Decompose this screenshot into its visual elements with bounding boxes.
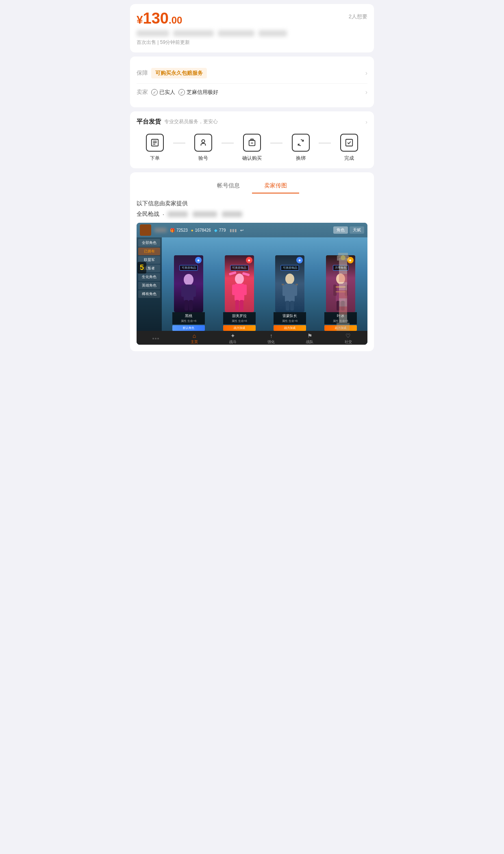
svg-rect-19	[243, 285, 247, 295]
seller-info-text: 以下信息由卖家提供	[137, 200, 367, 207]
game-name: 全民枪战	[137, 211, 159, 218]
step-order-icon	[146, 134, 164, 152]
svg-rect-7	[346, 139, 353, 146]
nav-item-dots	[137, 338, 175, 339]
step-verify-icon	[194, 134, 212, 152]
step-verify-label: 验号	[198, 155, 208, 162]
char-raymond: ☻ 可美容饰品	[274, 255, 306, 331]
tab-account-info[interactable]: 帐号信息	[205, 179, 252, 193]
nav-dot-3	[157, 338, 159, 339]
char-lola-tag: 可美容饰品	[230, 265, 248, 271]
nav-battle-icon: ✦	[230, 332, 235, 339]
nav-social[interactable]: ♡ 社交	[329, 332, 367, 345]
account-info-card: 帐号信息 卖家传图 以下信息由卖家提供 全民枪战 · 🎁 72523	[130, 172, 374, 351]
step-verify: 验号	[185, 134, 222, 162]
tab-seller-images[interactable]: 卖家传图	[252, 179, 299, 193]
char-lola-btn[interactable]: 战力加成	[223, 325, 256, 331]
hud-currency3: 779	[219, 228, 226, 233]
char-lola-name: 甜美罗拉	[224, 313, 254, 319]
game-server-blur	[167, 211, 188, 217]
hud-currency2: 1678426	[195, 228, 211, 233]
platform-subtitle: 专业交易员服务，更安心	[164, 118, 218, 125]
svg-rect-9	[184, 285, 193, 301]
hud-tab-talent: 天赋	[350, 226, 364, 234]
nav-team[interactable]: ⚑ 战队	[291, 332, 329, 345]
hud-currency1: 72523	[176, 228, 188, 233]
guarantee-row[interactable]: 保障 可购买永久包赔服务 ›	[137, 63, 367, 84]
seller-label: 卖家	[137, 89, 151, 96]
char-lola-figure: ☻ 可美容饰品	[225, 255, 254, 312]
guarantee-content: 可购买永久包赔服务	[151, 68, 365, 78]
step-connector-1	[173, 143, 185, 143]
svg-rect-11	[193, 285, 196, 297]
nav-home-label: 主页	[191, 339, 198, 345]
svg-point-8	[184, 274, 193, 285]
price-decimal: .00	[169, 15, 182, 26]
platform-chevron-icon: ›	[365, 119, 367, 125]
svg-rect-42	[339, 274, 347, 282]
char-lola: ☻ 可美容饰品	[223, 255, 256, 331]
step-confirm-label: 确认购买	[242, 155, 262, 162]
game-bottom-nav: ⌂ 主页 ✦ 战斗 ↑ 强化 ⚑ 战队 ♡ 社交	[137, 331, 367, 345]
nav-social-icon: ♡	[345, 332, 351, 339]
blur-block-2	[173, 30, 214, 37]
left-sidebar: 全部角色 已拥有 联盟军 反叛者 生化角色 英雄角色 稀有角色	[137, 237, 162, 331]
nav-enhance[interactable]: ↑ 强化	[252, 332, 291, 345]
char-heitan-btn[interactable]: 默认角色	[172, 325, 205, 331]
price-integer: 130	[143, 10, 169, 27]
svg-rect-27	[290, 301, 294, 311]
svg-point-45	[341, 255, 345, 260]
svg-rect-15	[229, 272, 237, 276]
hud-tab-role: 角色	[333, 226, 348, 234]
svg-rect-20	[235, 300, 239, 311]
svg-rect-17	[235, 284, 244, 301]
blur-block-3	[218, 30, 254, 37]
blur-avatar-label	[154, 228, 167, 233]
char-heitan-name: 黑桃	[174, 313, 204, 319]
guarantee-card: 保障 可购买永久包赔服务 › 卖家 ✓ 已实人 ✓ 芝麻信用极好 ›	[130, 56, 374, 107]
player-level-badge: 5	[137, 262, 146, 274]
nav-social-label: 社交	[345, 339, 352, 345]
step-done: 完成	[331, 134, 367, 162]
sidebar-all-roles: 全部角色	[138, 239, 160, 247]
player-avatar	[140, 224, 151, 236]
char-lola-attr: 属性 生命+6	[224, 319, 254, 323]
char-lola-badge: ☻	[246, 257, 252, 263]
sidebar-hero: 英雄角色	[138, 282, 160, 289]
nav-team-icon: ⚑	[307, 332, 313, 339]
step-order: 下单	[137, 134, 173, 162]
hud-icon-chest: 🎁	[170, 228, 175, 233]
char-raymond-btn[interactable]: 战力加成	[274, 325, 306, 331]
tabs-row: 帐号信息 卖家传图	[137, 179, 367, 193]
game-ui: 🎁 72523 ● 1678426 ◆ 779 ▮▮▮ ↩ 角色 天赋	[137, 223, 367, 345]
sidebar-rare: 稀有角色	[138, 290, 160, 298]
svg-rect-16	[242, 272, 250, 276]
game-name-row: 全民枪战 ·	[137, 211, 367, 218]
char-heitan-info: 黑桃 属性 生命+6	[172, 312, 205, 324]
nav-enhance-label: 强化	[267, 339, 275, 345]
step-connector-4	[319, 143, 331, 143]
guarantee-badge: 可购买永久包赔服务	[151, 68, 207, 78]
guarantee-label: 保障	[137, 70, 151, 77]
seller-credit-tag: ✓ 芝麻信用极好	[178, 89, 218, 96]
seller-verified-tag: ✓ 已实人	[151, 89, 175, 96]
currency-symbol: ¥	[137, 13, 143, 26]
platform-header[interactable]: 平台发货 专业交易员服务，更安心 ›	[137, 118, 367, 126]
step-done-icon	[340, 134, 358, 152]
seller-row[interactable]: 卖家 ✓ 已实人 ✓ 芝麻信用极好 ›	[137, 84, 367, 101]
nav-dots	[152, 338, 159, 339]
nav-battle[interactable]: ✦ 战斗	[213, 332, 252, 345]
step-rebind: 换绑	[282, 134, 319, 162]
svg-rect-10	[181, 285, 185, 297]
hud-icon-gem: ◆	[214, 228, 217, 233]
svg-rect-28	[282, 284, 284, 285]
svg-rect-12	[185, 300, 188, 311]
seller-chevron-icon: ›	[365, 89, 367, 96]
char-raymond-tag: 可美容饰品	[281, 265, 299, 271]
nav-home-icon: ⌂	[193, 332, 196, 339]
char-heitan-attr: 属性 生命+6	[174, 319, 204, 323]
char-raymond-figure: ☻ 可美容饰品	[275, 255, 304, 312]
nav-home[interactable]: ⌂ 主页	[175, 332, 214, 345]
step-rebind-icon	[292, 134, 310, 152]
char-raymond-info: 雷蒙队长 属性 生命+6	[274, 312, 306, 324]
